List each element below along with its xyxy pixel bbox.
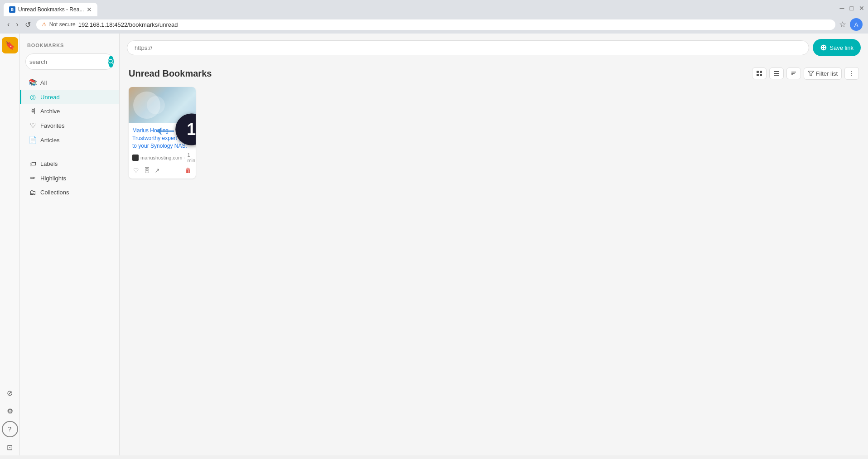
list-view-button[interactable] (769, 68, 784, 79)
articles-icon: 📄 (29, 136, 37, 144)
sidebar-item-archive[interactable]: 🗄 Archive (20, 104, 119, 118)
more-options-button[interactable]: ⋮ (844, 67, 859, 80)
icon-bar-help[interactable]: ? (2, 421, 18, 437)
card-favicon (132, 155, 139, 161)
collections-icon: 🗂 (29, 188, 37, 196)
search-input[interactable] (29, 58, 106, 65)
main-content: ⊕ Save link Unread Bookmarks (120, 34, 868, 455)
icon-bar: 🔖 ⊘ ⚙ ? ⊡ (0, 34, 20, 455)
url-input[interactable] (127, 40, 809, 55)
all-icon: 📚 (29, 78, 37, 87)
sidebar-item-unread[interactable]: ◎ Unread (20, 90, 119, 104)
address-bar-row: ‹ › ↺ ⚠ Not secure 192.168.1.18:4522/boo… (0, 16, 868, 34)
maximize-button[interactable]: □ (850, 5, 854, 12)
svg-rect-7 (774, 73, 779, 74)
sidebar-item-all-label: All (40, 79, 47, 86)
svg-rect-8 (774, 75, 779, 76)
toolbar-right: Filter list ⋮ (752, 67, 859, 80)
plus-icon: ⊕ (820, 43, 827, 53)
sidebar-item-all[interactable]: 📚 All (20, 75, 119, 90)
sidebar-item-favorites-label: Favorites (40, 122, 64, 129)
sidebar-title: BOOKMARKS (20, 39, 119, 53)
highlights-icon: ✏ (29, 174, 37, 182)
browser-tabs: B Unread Bookmarks - Rea... ✕ (4, 0, 836, 16)
sidebar-item-highlights-label: Highlights (40, 175, 66, 182)
browser-chrome: B Unread Bookmarks - Rea... ✕ ─ □ ✕ (0, 0, 868, 16)
svg-rect-3 (760, 71, 762, 73)
card-delete-button[interactable]: 🗑 (184, 166, 192, 175)
filter-list-button[interactable]: Filter list (804, 68, 842, 80)
card-external-link-button[interactable]: ↗ (154, 166, 161, 175)
sidebar-item-collections[interactable]: 🗂 Collections (20, 185, 119, 199)
app-container: 🔖 ⊘ ⚙ ? ⊡ BOOKMARKS 📚 All ◎ Unread 🗄 (0, 34, 868, 455)
back-button[interactable]: ‹ (5, 19, 11, 30)
close-button[interactable]: ✕ (859, 5, 864, 12)
card-site: mariushosting.com (140, 155, 182, 160)
sidebar-item-collections-label: Collections (40, 189, 69, 196)
svg-rect-4 (757, 74, 759, 76)
tab-favicon: B (9, 6, 15, 13)
content-header: Unread Bookmarks Filter list (129, 67, 859, 80)
favorites-icon: ♡ (29, 121, 37, 130)
card-separator: · (184, 155, 185, 160)
unread-icon: ◎ (29, 93, 37, 101)
not-secure-label: Not secure (49, 21, 76, 28)
save-link-button[interactable]: ⊕ Save link (813, 39, 861, 56)
card-body: Marius Hosting – Trustworthy expert guid… (129, 123, 196, 179)
tab-title: Unread Bookmarks - Rea... (18, 6, 84, 13)
filter-list-label: Filter list (816, 70, 838, 77)
search-wrap (20, 53, 119, 75)
content-area: Unread Bookmarks Filter list (120, 62, 868, 455)
card-favorite-button[interactable]: ♡ (132, 166, 140, 175)
sidebar-item-unread-label: Unread (40, 94, 60, 101)
svg-rect-2 (757, 71, 759, 73)
bookmarks-grid: ← 1 Marius Hosting – Trustworthy expert … (129, 87, 859, 179)
forward-button[interactable]: › (14, 19, 20, 30)
address-url: 192.168.1.18:4522/bookmarks/unread (78, 21, 830, 28)
card-meta: mariushosting.com · 1 min (132, 152, 192, 163)
sidebar-item-highlights[interactable]: ✏ Highlights (20, 171, 119, 185)
sort-button[interactable] (786, 68, 801, 79)
icon-bar-bookmarks[interactable]: 🔖 (2, 37, 18, 53)
sidebar-item-articles[interactable]: 📄 Articles (20, 133, 119, 147)
browser-tab-active[interactable]: B Unread Bookmarks - Rea... ✕ (4, 3, 97, 16)
card-thumbnail (129, 87, 196, 123)
search-input-wrap (25, 53, 114, 70)
sidebar-item-archive-label: Archive (40, 108, 60, 115)
search-button[interactable] (108, 56, 114, 68)
reload-button[interactable]: ↺ (23, 19, 33, 31)
security-icon: ⚠ (42, 21, 47, 28)
labels-icon: 🏷 (29, 160, 37, 168)
card-actions: ♡ 🗄 ↗ 🗑 (132, 166, 192, 175)
nav-divider (27, 152, 112, 152)
archive-icon: 🗄 (29, 107, 37, 115)
bookmark-card[interactable]: ← 1 Marius Hosting – Trustworthy expert … (129, 87, 196, 179)
url-input-bar: ⊕ Save link (120, 34, 868, 62)
sidebar-item-favorites[interactable]: ♡ Favorites (20, 118, 119, 133)
bookmark-star-button[interactable]: ☆ (839, 19, 846, 29)
sidebar-item-labels-label: Labels (40, 160, 58, 167)
icon-bar-info[interactable]: ⊡ (2, 439, 18, 455)
nav-buttons: ‹ › ↺ (5, 19, 33, 31)
page-title: Unread Bookmarks (129, 68, 212, 79)
grid-view-button[interactable] (752, 68, 767, 79)
tab-close-button[interactable]: ✕ (87, 6, 92, 13)
card-title: Marius Hosting – Trustworthy expert guid… (132, 127, 192, 150)
svg-line-1 (112, 63, 113, 64)
svg-marker-12 (808, 71, 814, 76)
profile-button[interactable]: A (850, 18, 863, 31)
svg-rect-6 (774, 71, 779, 72)
icon-bar-sliders1[interactable]: ⊘ (2, 385, 18, 401)
card-read-time: 1 min (187, 152, 195, 163)
card-archive-button[interactable]: 🗄 (143, 166, 151, 175)
svg-rect-5 (760, 74, 762, 76)
sidebar-item-labels[interactable]: 🏷 Labels (20, 157, 119, 171)
icon-bar-sliders2[interactable]: ⚙ (2, 403, 18, 419)
save-link-label: Save link (829, 44, 854, 51)
address-bar[interactable]: ⚠ Not secure 192.168.1.18:4522/bookmarks… (36, 19, 835, 30)
minimize-button[interactable]: ─ (840, 5, 844, 12)
sidebar-item-articles-label: Articles (40, 137, 60, 144)
sidebar: BOOKMARKS 📚 All ◎ Unread 🗄 Archive ♡ Fav… (20, 34, 120, 455)
browser-window-controls: ─ □ ✕ (840, 5, 864, 12)
